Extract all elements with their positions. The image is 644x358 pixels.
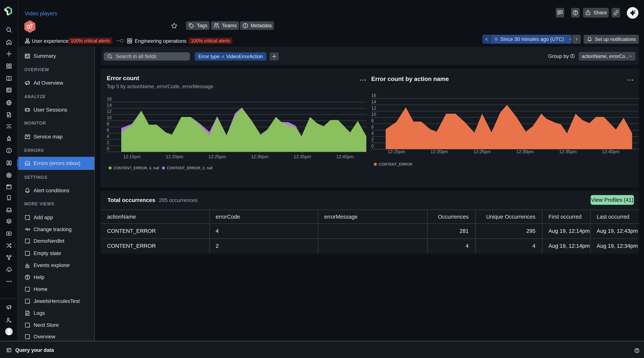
- svg-text:0: 0: [107, 146, 109, 151]
- svg-text:10: 10: [107, 115, 112, 120]
- svg-text:16: 16: [107, 96, 112, 101]
- svg-text:10: 10: [371, 112, 376, 117]
- svg-text:2: 2: [107, 140, 109, 145]
- svg-text:4: 4: [107, 134, 109, 139]
- svg-text:12:40pm: 12:40pm: [602, 149, 619, 154]
- svg-text:16: 16: [371, 93, 376, 98]
- svg-text:12:35pm: 12:35pm: [559, 149, 576, 154]
- svg-text:12:15pm: 12:15pm: [123, 154, 140, 159]
- svg-text:12:25pm: 12:25pm: [473, 149, 491, 154]
- svg-text:12:20pm: 12:20pm: [430, 149, 448, 154]
- svg-text:4: 4: [371, 131, 374, 136]
- svg-text:6: 6: [371, 124, 374, 129]
- svg-text:14: 14: [371, 99, 376, 104]
- svg-text:12:30pm: 12:30pm: [251, 154, 268, 159]
- svg-text:6: 6: [107, 127, 109, 132]
- svg-text:12:15pm: 12:15pm: [388, 149, 405, 154]
- svg-text:12:40pm: 12:40pm: [336, 154, 354, 159]
- svg-text:12: 12: [371, 106, 376, 111]
- svg-text:8: 8: [107, 121, 109, 126]
- svg-text:12:30pm: 12:30pm: [516, 149, 534, 154]
- svg-text:2: 2: [371, 137, 374, 142]
- svg-text:0: 0: [371, 143, 374, 148]
- svg-text:12:25pm: 12:25pm: [208, 154, 226, 159]
- svg-text:12:20pm: 12:20pm: [166, 154, 183, 159]
- svg-text:12: 12: [107, 109, 112, 114]
- svg-text:8: 8: [371, 118, 374, 123]
- svg-text:12:35pm: 12:35pm: [294, 154, 311, 159]
- svg-text:14: 14: [107, 103, 112, 108]
